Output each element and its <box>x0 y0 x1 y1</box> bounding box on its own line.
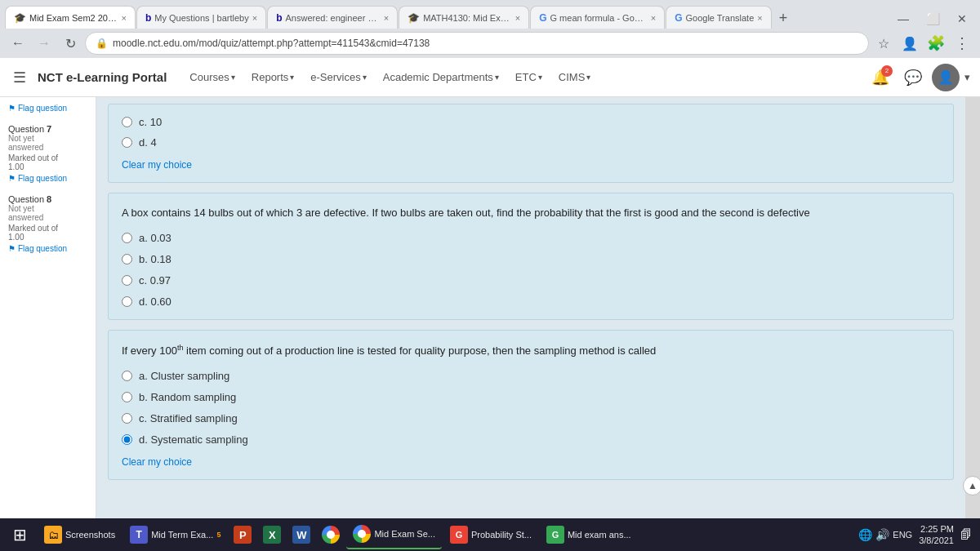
q8-flag[interactable]: ⚑ Flag question <box>8 244 87 253</box>
profile-button[interactable]: 👤 <box>898 32 921 55</box>
tab-4-label: MATH4130: Mid Exam <box>423 13 512 23</box>
notification-badge: 2 <box>881 65 893 77</box>
main-nav: Courses▾ Reports▾ e-Services▾ Academic D… <box>181 66 858 88</box>
q7-option-d[interactable]: d. 0.60 <box>122 295 940 308</box>
keyboard-icon[interactable]: ENG <box>893 530 912 540</box>
q6-options: c. 10 d. 4 <box>122 116 940 149</box>
nav-eservices[interactable]: e-Services▾ <box>302 66 374 88</box>
menu-button[interactable]: ⋮ <box>951 32 973 55</box>
taskbar-midexam[interactable]: Mid Exam Se... <box>346 520 442 549</box>
q6-clear-choice: Clear my choice <box>122 158 940 171</box>
q8-clear-choice: Clear my choice <box>122 455 940 468</box>
site-name: NCT e-Learning Portal <box>38 70 167 84</box>
tab-6[interactable]: G Google Translate × <box>666 6 772 29</box>
q7-text: A box contains 14 bulbs out of which 3 a… <box>122 205 940 222</box>
flag-icon-q7: ⚑ <box>8 174 16 183</box>
tab-1[interactable]: 🎓 Mid Exam Sem2 2020-... × <box>5 6 136 29</box>
network-icon[interactable]: 🌐 <box>858 528 872 541</box>
q8-options: a. Cluster sampling b. Random sampling c… <box>122 370 940 446</box>
q8-option-b[interactable]: b. Random sampling <box>122 391 940 403</box>
q8-option-d[interactable]: d. Systematic sampling <box>122 433 940 446</box>
tab-2-close[interactable]: × <box>252 13 257 23</box>
tab-4-close[interactable]: × <box>515 13 520 23</box>
extension-button[interactable]: 🧩 <box>924 32 947 55</box>
taskbar-teams[interactable]: T Mid Term Exa... 5 <box>123 520 227 549</box>
q6-flag[interactable]: ⚑ Flag question <box>8 104 87 113</box>
nav-academic[interactable]: Academic Departments▾ <box>375 66 507 88</box>
tab-5-label: G mean formula - Google... <box>550 13 647 23</box>
tab-3-label: Answered: engineer wa... <box>285 13 380 23</box>
q7-radio-a[interactable] <box>122 233 132 243</box>
notification-center-icon[interactable]: 🗐 <box>960 528 972 541</box>
tab-3-close[interactable]: × <box>384 13 389 23</box>
q8-option-a[interactable]: a. Cluster sampling <box>122 370 940 382</box>
taskbar-excel[interactable]: X <box>258 520 286 549</box>
q7-flag[interactable]: ⚑ Flag question <box>8 174 87 183</box>
question-sidebar: ⚑ Flag question Question 7 Not yet answe… <box>0 97 96 518</box>
flag-icon-q6: ⚑ <box>8 104 16 113</box>
q8-radio-c[interactable] <box>122 413 132 424</box>
nav-etc[interactable]: ETC▾ <box>507 66 550 88</box>
window-minimize[interactable]: — <box>889 9 917 29</box>
q7-radio-c[interactable] <box>122 275 132 286</box>
q7-option-b[interactable]: b. 0.18 <box>122 253 940 265</box>
q6-option-d[interactable]: d. 4 <box>122 136 940 149</box>
moodle-header: ☰ NCT e-Learning Portal Courses▾ Reports… <box>0 58 980 97</box>
taskbar-chrome1[interactable] <box>317 520 345 549</box>
q7-option-c[interactable]: c. 0.97 <box>122 274 940 287</box>
clock[interactable]: 2:25 PM 3/8/2021 <box>915 523 957 547</box>
tab-1-close[interactable]: × <box>122 13 127 23</box>
q8-clear-link[interactable]: Clear my choice <box>122 456 192 468</box>
forward-button[interactable]: → <box>33 32 56 55</box>
hamburger-menu[interactable]: ☰ <box>10 65 29 90</box>
q8-option-c[interactable]: c. Stratified sampling <box>122 412 940 424</box>
tab-2[interactable]: b My Questions | bartleby × <box>136 6 266 29</box>
question-8-block: If every 100th item coming out of a prod… <box>108 330 954 480</box>
q6-radio-c[interactable] <box>122 117 132 127</box>
tab-6-close[interactable]: × <box>757 13 762 23</box>
q6-clear-link[interactable]: Clear my choice <box>122 159 192 171</box>
tab-5[interactable]: G G mean formula - Google... × <box>530 6 665 29</box>
tab-4[interactable]: 🎓 MATH4130: Mid Exam × <box>399 6 529 29</box>
nav-reports[interactable]: Reports▾ <box>243 66 303 88</box>
url-bar[interactable]: 🔒 moodle.nct.edu.om/mod/quiz/attempt.php… <box>85 32 869 55</box>
lock-icon: 🔒 <box>96 38 108 49</box>
back-button[interactable]: ← <box>7 32 29 55</box>
avatar[interactable]: 👤 <box>932 64 960 91</box>
volume-icon[interactable]: 🔊 <box>875 528 889 541</box>
user-menu-button[interactable]: ▾ <box>964 71 970 83</box>
taskbar: ⊞ 🗂 Screenshots T Mid Term Exa... 5 P X … <box>0 518 980 551</box>
notification-button[interactable]: 🔔 2 <box>866 64 894 91</box>
messages-button[interactable]: 💬 <box>899 64 927 91</box>
nav-courses[interactable]: Courses▾ <box>181 66 243 88</box>
q7-radio-d[interactable] <box>122 296 132 307</box>
taskbar-powerpoint[interactable]: P <box>229 520 256 549</box>
q8-nav: Question 8 Not yet answered Marked out o… <box>8 194 87 253</box>
window-maximize[interactable]: ⬜ <box>918 9 948 29</box>
taskbar-prob[interactable]: G Probability St... <box>443 520 538 549</box>
q8-radio-a[interactable] <box>122 371 132 381</box>
tab-2-label: My Questions | bartleby <box>154 13 248 23</box>
new-tab-button[interactable]: + <box>773 7 795 29</box>
scroll-up-btn[interactable]: ▲ <box>963 476 980 495</box>
taskbar-screenshots[interactable]: 🗂 Screenshots <box>38 520 122 549</box>
tab-5-close[interactable]: × <box>651 13 656 23</box>
taskbar-midans[interactable]: G Mid exam ans... <box>540 520 638 549</box>
q6-option-c[interactable]: c. 10 <box>122 116 940 128</box>
taskbar-word[interactable]: W <box>287 520 315 549</box>
tab-3[interactable]: b Answered: engineer wa... × <box>267 6 398 29</box>
q8-radio-d[interactable] <box>122 434 132 445</box>
q7-option-a[interactable]: a. 0.03 <box>122 232 940 244</box>
q7-radio-b[interactable] <box>122 254 132 264</box>
q8-radio-b[interactable] <box>122 392 132 402</box>
window-close[interactable]: ✕ <box>949 9 975 29</box>
header-actions: 🔔 2 💬 👤 ▾ <box>866 64 970 91</box>
url-text: moodle.nct.edu.om/mod/quiz/attempt.php?a… <box>113 38 430 49</box>
start-button[interactable]: ⊞ <box>3 519 36 550</box>
right-scroll-panel: ▲ <box>965 97 980 518</box>
tab-bar: 🎓 Mid Exam Sem2 2020-... × b My Question… <box>0 0 980 29</box>
reload-button[interactable]: ↻ <box>59 32 82 55</box>
q6-radio-d[interactable] <box>122 137 132 148</box>
nav-cims[interactable]: CIMS▾ <box>550 66 599 88</box>
bookmark-button[interactable]: ☆ <box>872 32 895 55</box>
